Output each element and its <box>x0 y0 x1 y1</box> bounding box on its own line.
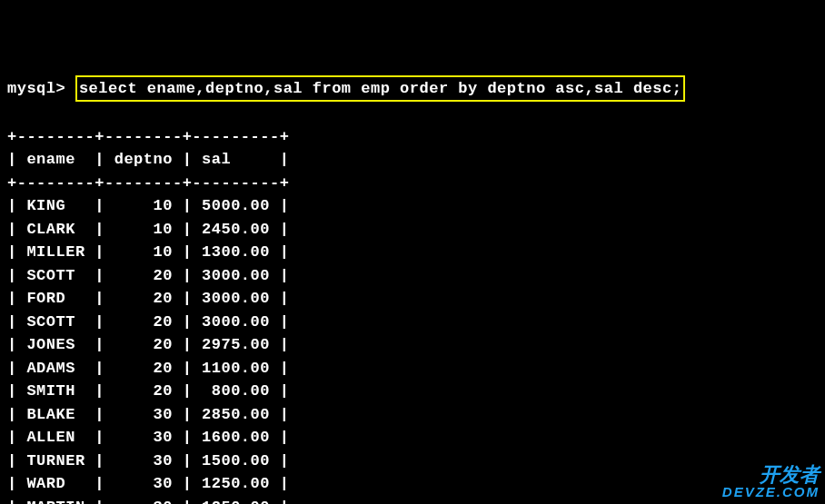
table-header-row: | ename | deptno | sal | <box>7 151 289 168</box>
watermark-line1: 开发者 <box>760 463 820 486</box>
table-row: | CLARK | 10 | 2450.00 | <box>7 221 289 238</box>
table-row: | SCOTT | 20 | 3000.00 | <box>7 313 289 331</box>
table-row: | KING | 10 | 5000.00 | <box>7 197 289 214</box>
prompt-line: mysql> select ename,deptno,sal from emp … <box>7 75 818 103</box>
table-row: | MARTIN | 30 | 1250.00 | <box>7 499 289 505</box>
sql-query-text: select ename,deptno,sal from emp order b… <box>79 80 682 97</box>
table-row: | BLAKE | 30 | 2850.00 | <box>7 406 289 423</box>
table-row: | WARD | 30 | 1250.00 | <box>7 475 289 492</box>
table-row: | TURNER | 30 | 1500.00 | <box>7 452 289 469</box>
table-row: | ADAMS | 20 | 1100.00 | <box>7 360 289 377</box>
table-row: | FORD | 20 | 3000.00 | <box>7 290 289 307</box>
table-row: | JONES | 20 | 2975.00 | <box>7 336 289 353</box>
table-row: | SCOTT | 20 | 3000.00 | <box>7 267 289 284</box>
table-row: | ALLEN | 30 | 1600.00 | <box>7 429 289 446</box>
table-border-top: +--------+--------+---------+ <box>7 128 289 145</box>
table-row: | MILLER | 10 | 1300.00 | <box>7 243 289 261</box>
sql-query-highlight: select ename,deptno,sal from emp order b… <box>75 75 686 103</box>
watermark-line2: DEVZE.COM <box>722 485 820 499</box>
table-border-mid: +--------+--------+---------+ <box>7 174 289 192</box>
mysql-prompt: mysql> <box>7 80 75 97</box>
table-row: | SMITH | 20 | 800.00 | <box>7 382 289 400</box>
watermark: 开发者 DEVZE.COM <box>722 465 820 499</box>
